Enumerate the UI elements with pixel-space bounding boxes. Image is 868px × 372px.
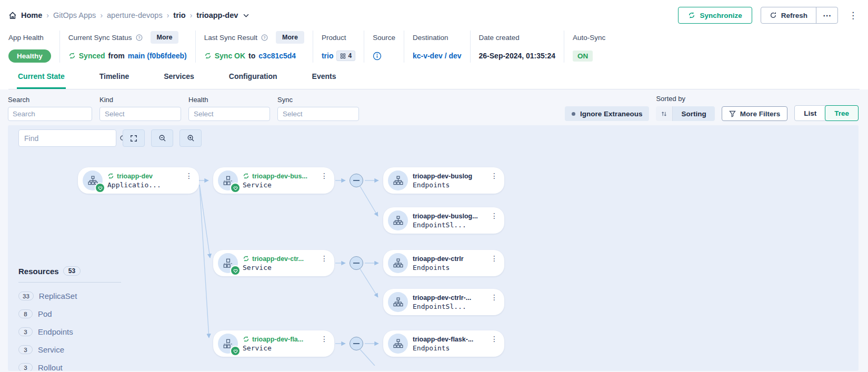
collapse-button[interactable] xyxy=(350,337,363,350)
chevron-down-icon[interactable] xyxy=(243,14,249,17)
tree-node-service[interactable]: trioapp-dev-bus... Service ⋮ xyxy=(213,167,334,194)
service-icon xyxy=(218,253,238,273)
node-menu-button[interactable]: ⋮ xyxy=(321,172,328,180)
find-input[interactable] xyxy=(24,134,119,143)
sorting-dropdown[interactable]: Sorting xyxy=(656,106,714,121)
tree-node-application[interactable]: trioapp-dev Applicatio... ⋮ xyxy=(78,167,199,194)
product-link[interactable]: trio xyxy=(322,52,334,60)
current-sync-more-button[interactable]: More xyxy=(151,31,179,44)
last-sync-state: Sync OK xyxy=(215,52,245,60)
healthy-heart-icon xyxy=(230,265,241,276)
tree-node-endpointslice[interactable]: trioapp-dev-buslog... EndpointSl... ⋮ xyxy=(383,207,504,234)
node-menu-button[interactable]: ⋮ xyxy=(491,293,498,301)
tree-node-endpoints[interactable]: trioapp-dev-buslog Endpoints ⋮ xyxy=(383,167,504,194)
sync-icon xyxy=(107,173,114,179)
sort-arrows-icon[interactable] xyxy=(656,106,673,121)
sync-select[interactable]: Select xyxy=(277,107,359,121)
view-list-button[interactable]: List xyxy=(795,106,825,120)
tree-node-endpoints[interactable]: trioapp-dev-ctrlr Endpoints ⋮ xyxy=(383,250,504,276)
node-menu-button[interactable]: ⋮ xyxy=(491,254,498,263)
resource-kind-pod[interactable]: 8 Pod xyxy=(18,309,121,318)
header-kebab-menu-button[interactable]: ⋮ xyxy=(846,10,860,21)
kind-select[interactable]: Select xyxy=(99,107,181,121)
resource-count: 3 xyxy=(18,327,33,336)
destination-label: Destination xyxy=(413,34,448,42)
more-filters-button[interactable]: More Filters xyxy=(722,106,788,121)
zoom-in-icon xyxy=(187,134,195,142)
ellipsis-icon: ⋯ xyxy=(823,11,831,21)
help-icon[interactable]: ? xyxy=(261,34,268,41)
fullscreen-button[interactable] xyxy=(123,129,145,147)
view-tree-button[interactable]: Tree xyxy=(825,105,859,121)
node-menu-button[interactable]: ⋮ xyxy=(321,335,328,343)
breadcrumb-home[interactable]: Home xyxy=(21,11,42,19)
resource-kind-service[interactable]: 3 Service xyxy=(18,345,121,354)
resource-kind-label: Pod xyxy=(38,309,52,318)
synchronize-button[interactable]: Synchronize xyxy=(678,7,752,24)
node-menu-button[interactable]: ⋮ xyxy=(321,254,328,263)
breadcrumb-app[interactable]: trioapp-dev xyxy=(196,11,238,19)
sync-label: Sync xyxy=(277,96,359,104)
more-filters-label: More Filters xyxy=(740,110,781,118)
collapse-button[interactable] xyxy=(350,174,363,187)
product-count: 4 xyxy=(348,52,352,59)
last-sync-more-button[interactable]: More xyxy=(276,31,304,44)
breadcrumb-project[interactable]: aperture-devops xyxy=(107,11,163,19)
resource-count: 3 xyxy=(18,363,33,371)
find-box xyxy=(18,129,116,147)
auto-sync-badge: ON xyxy=(573,51,593,62)
kind-label: Kind xyxy=(99,96,181,104)
destination-group: Destination kc-v-dev / dev xyxy=(404,31,470,63)
resource-kind-endpoints[interactable]: 3 Endpoints xyxy=(18,327,121,336)
breadcrumb-app-group[interactable]: trio xyxy=(173,11,185,19)
breadcrumb-separator: › xyxy=(100,11,103,19)
resource-kind-label: Endpoints xyxy=(38,327,73,336)
grid-icon xyxy=(340,53,346,59)
node-kind: Service xyxy=(243,264,304,272)
info-icon[interactable] xyxy=(373,52,382,61)
node-kind: Endpoints xyxy=(413,264,464,272)
node-menu-button[interactable]: ⋮ xyxy=(491,212,498,220)
home-icon xyxy=(8,11,17,19)
collapse-button[interactable] xyxy=(350,256,363,270)
tree-node-service[interactable]: trioapp-dev-ctr... Service ⋮ xyxy=(213,250,334,276)
node-name: trioapp-dev xyxy=(117,173,153,180)
resource-tree-panel: trioapp-dev Applicatio... ⋮ trioapp-dev-… xyxy=(8,125,859,371)
resource-kind-rollout[interactable]: 3 Rollout xyxy=(18,363,121,371)
product-count-chip[interactable]: 4 xyxy=(336,51,355,61)
node-menu-button[interactable]: ⋮ xyxy=(491,335,498,343)
breadcrumb-separator: › xyxy=(46,11,49,19)
zoom-out-button[interactable] xyxy=(151,129,173,147)
tab-services[interactable]: Services xyxy=(163,69,195,89)
zoom-in-button[interactable] xyxy=(179,129,202,147)
tree-node-endpoints[interactable]: trioapp-dev-flask-... Endpoints ⋮ xyxy=(383,330,504,357)
node-menu-button[interactable]: ⋮ xyxy=(185,172,193,180)
app-health-label: App Health xyxy=(8,34,44,42)
sync-branch-commit-link[interactable]: main (f0b6fdeeb) xyxy=(128,52,187,60)
node-menu-button[interactable]: ⋮ xyxy=(491,172,498,180)
help-icon[interactable]: ? xyxy=(136,34,143,41)
last-sync-commit-link[interactable]: c3c81c5d4 xyxy=(258,52,296,60)
tab-events[interactable]: Events xyxy=(311,69,337,89)
status-bar: App Health Healthy Current Sync Status ?… xyxy=(8,31,860,63)
refresh-button[interactable]: Refresh xyxy=(761,7,816,23)
destination-link[interactable]: kc-v-dev / dev xyxy=(413,52,462,60)
search-input[interactable] xyxy=(8,107,92,120)
node-name: trioapp-dev-buslog... xyxy=(413,213,478,220)
tab-timeline[interactable]: Timeline xyxy=(98,69,131,89)
tree-node-endpointslice[interactable]: trioapp-dev-ctrlr-... EndpointSl... ⋮ xyxy=(383,289,504,315)
node-name: trioapp-dev-fla... xyxy=(252,336,303,343)
workload-tree-icon xyxy=(388,210,408,230)
breadcrumb: Home › GitOps Apps › aperture-devops › t… xyxy=(8,11,249,19)
sorting-label[interactable]: Sorting xyxy=(673,106,714,121)
breadcrumb-gitops-apps[interactable]: GitOps Apps xyxy=(53,11,96,19)
resource-kind-replicaset[interactable]: 33 ReplicaSet xyxy=(18,291,121,300)
tab-configuration[interactable]: Configuration xyxy=(228,69,278,89)
node-name: trioapp-dev-ctr... xyxy=(252,255,304,263)
node-kind: Service xyxy=(243,181,307,189)
tab-current-state[interactable]: Current State xyxy=(17,69,66,89)
health-select[interactable]: Select xyxy=(188,107,270,121)
ignore-extraneous-toggle[interactable]: Ignore Extraneous xyxy=(565,106,650,121)
tree-node-service[interactable]: trioapp-dev-fla... Service ⋮ xyxy=(213,330,334,357)
more-actions-button[interactable]: ⋯ xyxy=(816,7,837,23)
